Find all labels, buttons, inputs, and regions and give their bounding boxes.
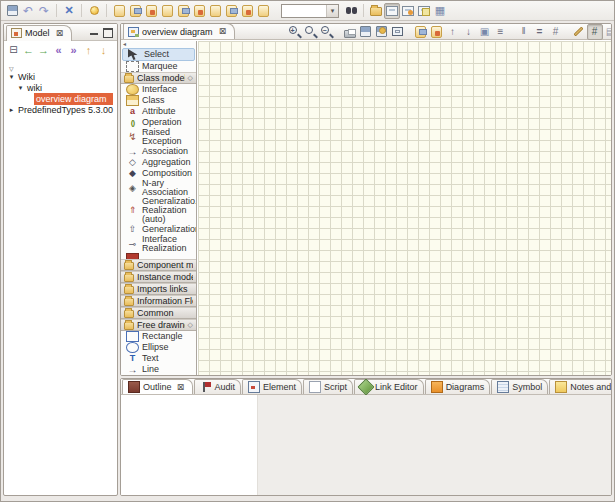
pencil-button[interactable] bbox=[571, 24, 587, 40]
tree-item-predefinedtypes-5-3-00[interactable]: ▸PredefinedTypes 5.3.00 bbox=[4, 104, 117, 115]
tab-audit[interactable]: Audit bbox=[194, 379, 242, 394]
doc-icon-9[interactable] bbox=[239, 3, 255, 19]
view-menu-icon[interactable]: ▽ bbox=[9, 66, 14, 72]
doc-icon-4[interactable] bbox=[159, 3, 175, 19]
tree-item-wiki[interactable]: ▾Wiki bbox=[4, 71, 117, 82]
palette-item-generalizatio-realization-auto[interactable]: ⇑Generalizatio... Realization (auto) bbox=[121, 197, 196, 224]
auto-size-button[interactable]: ▣ bbox=[477, 24, 493, 40]
move-up-button[interactable]: ↑ bbox=[81, 43, 96, 57]
palette-item-select[interactable]: Select bbox=[122, 48, 195, 61]
palette-item-raised-exception[interactable]: ↯Raised Exception bbox=[121, 128, 196, 146]
lightbulb-button[interactable] bbox=[86, 3, 102, 19]
lower-element-button[interactable]: ↓ bbox=[461, 24, 477, 40]
zoom-in-button[interactable]: + bbox=[287, 24, 303, 40]
save-button[interactable] bbox=[4, 3, 20, 19]
window-orange-button[interactable] bbox=[400, 3, 416, 19]
outline-content[interactable] bbox=[121, 395, 258, 495]
snap-to-grid-button[interactable]: # bbox=[587, 24, 603, 40]
editor-tab-overview-diagram[interactable]: overview diagram ⊠ bbox=[123, 23, 235, 39]
expand-level-button[interactable]: » bbox=[66, 43, 81, 57]
combo-dropdown-icon[interactable]: ▾ bbox=[326, 5, 338, 17]
palette-item-attribute[interactable]: aAttribute bbox=[121, 106, 196, 117]
zoom-out-button[interactable]: − bbox=[319, 24, 335, 40]
palette-item-marquee[interactable]: Marquee bbox=[121, 61, 196, 72]
palette-item-interface-realization[interactable]: ⊸Interface Realization bbox=[121, 235, 196, 253]
align-horizontal-button[interactable]: ‖ bbox=[516, 24, 532, 40]
palette-item-line[interactable]: →Line bbox=[121, 364, 196, 375]
fit-to-window-button[interactable] bbox=[390, 24, 406, 40]
doc-icon-7[interactable] bbox=[207, 3, 223, 19]
vertical-sash[interactable] bbox=[117, 23, 120, 496]
page-grid-button[interactable]: ▤ bbox=[603, 24, 612, 40]
forward-button[interactable]: → bbox=[36, 43, 51, 57]
palette-item-ellipse[interactable]: Ellipse bbox=[121, 342, 196, 353]
tree-expanded-arrow-icon[interactable]: ▾ bbox=[16, 84, 25, 92]
back-button[interactable]: ← bbox=[21, 43, 36, 57]
collapse-all-button[interactable]: ⊟ bbox=[6, 43, 21, 57]
section-toggle-icon[interactable]: ◇ bbox=[188, 321, 193, 329]
tab-outline[interactable]: Outline⊠ bbox=[122, 379, 193, 394]
maximize-icon[interactable] bbox=[101, 25, 115, 39]
minimize-icon[interactable] bbox=[87, 25, 101, 39]
palette-item-rectangle[interactable]: Rectangle bbox=[121, 331, 196, 342]
palette-item-text[interactable]: TText bbox=[121, 353, 196, 364]
palette-section-component-mo[interactable]: Component mo... bbox=[121, 259, 196, 271]
diagram-canvas[interactable] bbox=[198, 41, 611, 375]
doc-icon-6[interactable] bbox=[191, 3, 207, 19]
palette-collapse-icon[interactable]: ◂ bbox=[123, 41, 126, 47]
palette-item-class[interactable]: Class bbox=[121, 95, 196, 106]
palette-section-common[interactable]: Common bbox=[121, 307, 196, 319]
show-grid-button[interactable]: # bbox=[548, 24, 564, 40]
tab-symbol[interactable]: Symbol bbox=[491, 379, 548, 394]
zoom-original-button[interactable] bbox=[303, 24, 319, 40]
save-image-button[interactable] bbox=[374, 24, 390, 40]
doc-icon-10[interactable] bbox=[255, 3, 271, 19]
doc-icon-8[interactable] bbox=[223, 3, 239, 19]
palette-section-instance-model[interactable]: Instance model bbox=[121, 271, 196, 283]
align-vertical-button[interactable]: = bbox=[532, 24, 548, 40]
doc-icon-1[interactable] bbox=[111, 3, 127, 19]
tree-item-overview-diagram[interactable]: overview diagram bbox=[4, 93, 117, 104]
tab-element[interactable]: Element bbox=[242, 379, 302, 394]
search-combo-input[interactable] bbox=[282, 5, 326, 17]
collapse-level-button[interactable]: « bbox=[51, 43, 66, 57]
palette-item-n-ary-association[interactable]: ◈N-ary Association bbox=[121, 179, 196, 197]
windows-view-button[interactable] bbox=[384, 3, 400, 19]
close-icon[interactable]: ⊠ bbox=[216, 25, 230, 39]
save-diagram-button[interactable] bbox=[358, 24, 374, 40]
print-button[interactable] bbox=[342, 24, 358, 40]
palette-item-aggregation[interactable]: ◇Aggregation bbox=[121, 157, 196, 168]
redo-button[interactable]: ↷ bbox=[36, 3, 52, 19]
doc-icon-2[interactable] bbox=[127, 3, 143, 19]
doc-icon-5[interactable] bbox=[175, 3, 191, 19]
binoculars-button[interactable] bbox=[343, 3, 359, 19]
model-view-tab[interactable]: Model ⊠ bbox=[6, 25, 72, 41]
grid-table-button[interactable]: ▦ bbox=[432, 3, 448, 19]
tab-script[interactable]: Script bbox=[303, 379, 353, 394]
palette-item-interface[interactable]: Interface bbox=[121, 84, 196, 95]
tree-item-wiki[interactable]: ▾wiki bbox=[4, 82, 117, 93]
palette-section-free-drawing[interactable]: Free drawing◇ bbox=[121, 319, 196, 331]
set-appearance-button[interactable] bbox=[429, 24, 445, 40]
paste-appearance-button[interactable] bbox=[413, 24, 429, 40]
move-down-button[interactable]: ↓ bbox=[96, 43, 111, 57]
doc-icon-3[interactable] bbox=[143, 3, 159, 19]
window-new-button[interactable] bbox=[416, 3, 432, 19]
crossed-tools-button[interactable]: ✕ bbox=[61, 3, 77, 19]
tab-notes-and-constraints[interactable]: Notes and constraints bbox=[549, 379, 612, 394]
open-folder-button[interactable] bbox=[368, 3, 384, 19]
horizontal-sash[interactable] bbox=[120, 375, 612, 378]
close-icon[interactable]: ⊠ bbox=[175, 381, 187, 393]
tree-expanded-arrow-icon[interactable]: ▾ bbox=[7, 73, 16, 81]
palette-section-imports-links[interactable]: Imports links bbox=[121, 283, 196, 295]
undo-button[interactable]: ↶ bbox=[20, 3, 36, 19]
palette-item-association[interactable]: →Association bbox=[121, 146, 196, 157]
align-left-button[interactable]: ≡ bbox=[493, 24, 509, 40]
tree-collapsed-arrow-icon[interactable]: ▸ bbox=[7, 106, 16, 114]
tab-diagrams[interactable]: Diagrams bbox=[425, 379, 491, 394]
section-toggle-icon[interactable]: ◇ bbox=[188, 74, 193, 82]
raise-element-button[interactable]: ↑ bbox=[445, 24, 461, 40]
palette-section-class-model[interactable]: Class model◇ bbox=[121, 72, 196, 84]
close-icon[interactable]: ⊠ bbox=[53, 26, 67, 40]
tab-link-editor[interactable]: Link Editor bbox=[354, 379, 424, 394]
